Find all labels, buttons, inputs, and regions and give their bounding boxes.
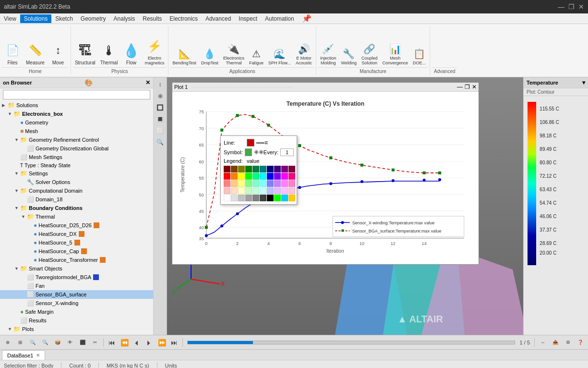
color-cell[interactable]: [274, 187, 281, 194]
color-cell[interactable]: [267, 195, 274, 201]
color-cell[interactable]: [231, 187, 238, 194]
tree-item-solver-opts[interactable]: 🔧 Solver Options: [0, 178, 153, 186]
color-cell[interactable]: [288, 187, 295, 194]
color-cell[interactable]: [260, 195, 266, 201]
color-grid[interactable]: [224, 166, 294, 201]
menu-view[interactable]: View: [0, 14, 20, 23]
ribbon-coupled-solution-button[interactable]: 🔗 CoupledSolution: [360, 42, 380, 66]
right-panel-dropdown-icon[interactable]: ▾: [582, 79, 585, 86]
tree-item-heatsource-d25[interactable]: ● HeatSource_D25_D26: [0, 221, 153, 230]
color-picker-popup[interactable]: Line: ═ ═ ≡ Symbol: ⁜ ⁜ Every:: [220, 135, 297, 205]
playback-play-btn[interactable]: ⏵: [144, 337, 155, 348]
toolbar-eye-btn[interactable]: 👁: [64, 337, 76, 348]
tree-item-geom-disc[interactable]: ⬜ Geometry Discretization Global: [0, 144, 153, 153]
cp-line-style-icon2[interactable]: ═: [261, 139, 265, 146]
color-cell[interactable]: [252, 166, 259, 172]
tree-item-smart-objects[interactable]: ▼ 📁 Smart Objects: [0, 264, 153, 273]
color-cell[interactable]: [267, 166, 274, 172]
cp-symbol-style1[interactable]: ⁜: [254, 149, 259, 156]
color-cell[interactable]: [281, 187, 288, 194]
ribbon-welding-button[interactable]: 🔧 Welding: [339, 47, 359, 66]
tab-database1-close-icon[interactable]: ✕: [36, 353, 40, 358]
color-cell[interactable]: [252, 187, 259, 194]
cp-line-style-icon1[interactable]: ═: [256, 139, 261, 146]
ribbon-doe-button[interactable]: 📋 DOE...: [411, 47, 428, 66]
color-cell[interactable]: [288, 180, 295, 187]
ribbon-mesh-convergence-button[interactable]: 📊 MeshConvergence: [380, 42, 410, 66]
color-cell[interactable]: [238, 180, 245, 187]
color-cell[interactable]: [238, 195, 245, 201]
plot-window-controls[interactable]: — ❐ ✕: [457, 84, 477, 90]
ribbon-electronics-thermal-button[interactable]: 🔌 ElectronicsThermal: [221, 42, 246, 66]
close-button[interactable]: ✕: [578, 3, 584, 11]
plot-window[interactable]: Plot 1 · · · · · · · · · · · · · · · · ·…: [172, 82, 479, 265]
color-cell[interactable]: [238, 166, 245, 172]
menu-inspect[interactable]: Inspect: [235, 14, 261, 23]
tree-item-solutions[interactable]: ▶ 📁 Solutions: [0, 101, 153, 110]
plot-minimize-icon[interactable]: —: [457, 84, 463, 90]
color-cell[interactable]: [260, 187, 266, 194]
tree-item-heatsource-transformer[interactable]: ● HeatSource_Transformer: [0, 256, 153, 264]
sidebar-close-icon[interactable]: ✕: [145, 79, 150, 86]
tree-item-type-steady[interactable]: T Type : Steady State: [0, 161, 153, 169]
toolbar-zoomin-btn[interactable]: 🔍: [39, 337, 51, 348]
tree-item-heatsource-cap[interactable]: ● HeatSource_Cap: [0, 247, 153, 256]
ribbon-structural-button[interactable]: 🏗 Structural: [73, 41, 97, 66]
color-cell[interactable]: [281, 173, 288, 180]
ribbon-bendingtest-button[interactable]: 📐 BendingTest: [170, 47, 198, 66]
color-cell[interactable]: [238, 187, 245, 194]
toolbar-box-btn[interactable]: 📦: [52, 337, 63, 348]
vp-btn-6[interactable]: 🔍: [155, 137, 166, 147]
color-cell[interactable]: [224, 180, 230, 187]
ribbon-measure-button[interactable]: 📏 Measure: [24, 41, 47, 66]
cp-symbol-style2[interactable]: ⁜: [259, 149, 264, 156]
color-cell[interactable]: [245, 173, 252, 180]
tree-item-safe-margin[interactable]: ● Safe Margin: [0, 307, 153, 316]
playback-prev-btn[interactable]: ⏪: [119, 337, 130, 348]
ribbon-move-button[interactable]: ↕ Move: [48, 41, 69, 66]
color-cell[interactable]: [231, 195, 238, 201]
ribbon-electromagnetics-button[interactable]: ⚡ Electromagnetics: [143, 37, 166, 66]
ribbon-sph-button[interactable]: 🌊 SPH Flow...: [266, 47, 293, 66]
color-cell[interactable]: [260, 180, 266, 187]
color-cell[interactable]: [224, 195, 230, 201]
color-cell[interactable]: [231, 166, 238, 172]
menu-analysis[interactable]: Analysis: [110, 14, 139, 23]
toolbar-measure-btn[interactable]: ↔: [537, 337, 549, 348]
color-cell[interactable]: [224, 187, 230, 194]
window-controls[interactable]: — ❐ ✕: [558, 3, 584, 11]
color-cell[interactable]: [252, 195, 259, 201]
tree-item-sensor-x[interactable]: ⬜ Sensor_X-winding: [0, 299, 153, 307]
ribbon-flow-button[interactable]: 💧 Flow: [120, 41, 142, 66]
menu-electronics[interactable]: Electronics: [166, 14, 202, 23]
ribbon-droptest-button[interactable]: 💧 DropTest: [199, 47, 220, 66]
color-cell[interactable]: [274, 180, 281, 187]
tree-item-fan[interactable]: ⬜ Fan: [0, 282, 153, 290]
playback-step-fwd-btn[interactable]: ⏩: [156, 337, 168, 348]
tree-item-comp-domain[interactable]: ▼ 📁 Computational Domain: [0, 186, 153, 195]
tree-item-plot1[interactable]: 📈 Plot 1: [0, 333, 153, 335]
tree-item-mesh-settings[interactable]: ⬜ Mesh Settings: [0, 153, 153, 161]
tree-item-geom-refine[interactable]: ▼ 📁 Geometry Refinement Control: [0, 135, 153, 144]
toolbar-coord-btn[interactable]: ⊕: [2, 337, 13, 348]
color-cell[interactable]: [281, 180, 288, 187]
tree-item-heatsource-dx[interactable]: ● HeatSource_DX: [0, 230, 153, 238]
playback-step-back-btn[interactable]: ⏴: [131, 337, 143, 348]
ribbon-emotor-button[interactable]: 🔊 E MotorAcoustic: [294, 42, 314, 66]
color-cell[interactable]: [288, 166, 295, 172]
color-cell[interactable]: [260, 173, 266, 180]
vp-btn-5[interactable]: ⬜: [155, 125, 166, 136]
color-cell[interactable]: [281, 195, 288, 201]
color-cell[interactable]: [267, 173, 274, 180]
color-cell[interactable]: [224, 166, 230, 172]
menu-solutions[interactable]: Solutions: [20, 14, 51, 23]
tab-database1[interactable]: DataBase1 ✕: [2, 350, 45, 360]
color-cell[interactable]: [281, 166, 288, 172]
cp-line-color[interactable]: [247, 139, 254, 147]
ribbon-pin-icon[interactable]: 📌: [302, 14, 312, 23]
maximize-button[interactable]: ❐: [568, 3, 575, 11]
color-cell[interactable]: [252, 180, 259, 187]
vp-btn-2[interactable]: ⊕: [155, 91, 166, 101]
sidebar-search-input[interactable]: [3, 90, 150, 99]
tree-item-geometry[interactable]: ● Geometry: [0, 118, 153, 127]
